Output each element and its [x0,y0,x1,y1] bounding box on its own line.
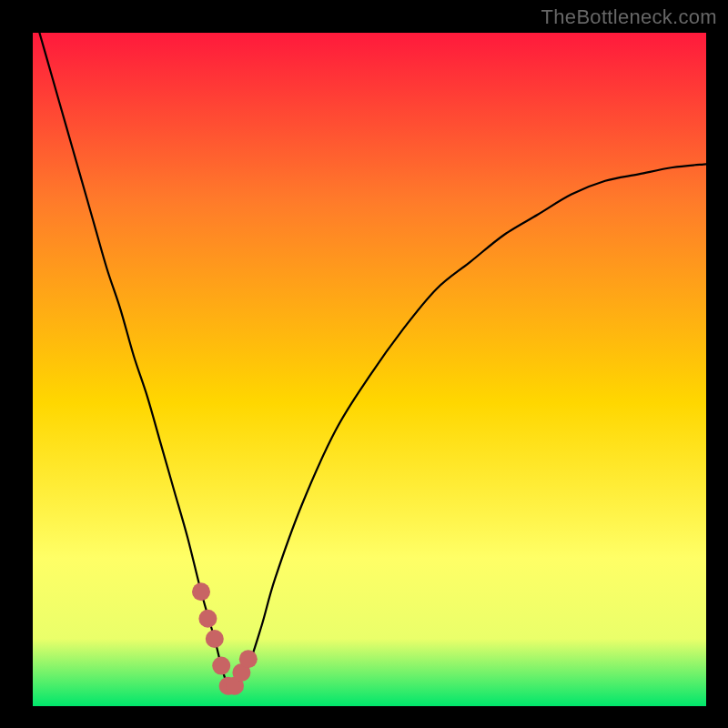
watermark-text: TheBottleneck.com [541,5,717,29]
chart-svg [33,33,706,706]
gradient-background [33,33,706,706]
highlight-marker [206,630,224,648]
highlight-marker [239,650,258,668]
highlight-marker [192,582,210,601]
highlight-marker [198,610,217,628]
highlight-marker [212,657,230,675]
chart-stage: TheBottleneck.com [0,0,728,728]
plot-area [33,33,706,706]
